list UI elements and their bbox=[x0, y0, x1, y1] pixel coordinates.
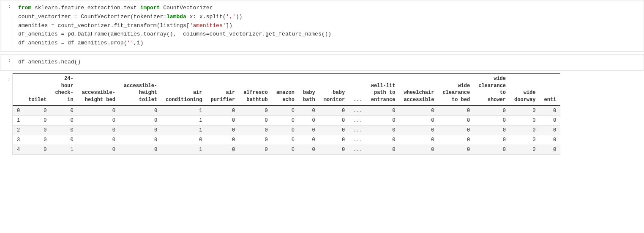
cell-code-1[interactable]: from sklearn.feature_extraction.text imp… bbox=[13, 0, 644, 51]
col-header-alfresco-bathtub: alfrescobathtub bbox=[239, 73, 272, 106]
col-header-accessible-height-bed: accessible-height bed bbox=[78, 73, 120, 106]
col-header-24h: 24-hourcheck-in bbox=[51, 73, 77, 106]
output-area: : toilet 24-hourcheck-in accessible-heig… bbox=[0, 73, 644, 155]
col-header-air-conditioning: airconditioning bbox=[161, 73, 206, 106]
col-header-wide-clearance-shower: wideclearancetoshower bbox=[474, 73, 510, 106]
cell-gutter-1: : bbox=[0, 0, 13, 51]
dataframe-output: toilet 24-hourcheck-in accessible-height… bbox=[13, 73, 644, 155]
code-cell-2[interactable]: : df_amenities.head() bbox=[0, 54, 644, 71]
table-row: 1 0000100000 ... 000000 bbox=[13, 115, 560, 125]
col-header-baby-monitor: babymonitor bbox=[319, 73, 349, 106]
col-header-wheelchair: wheelchairaccessible bbox=[399, 73, 438, 106]
col-header-ellipsis: ... bbox=[349, 73, 367, 106]
col-header-accessible-height-toilet: accessible-heighttoilet bbox=[120, 73, 161, 106]
table-row: 3 0000000000 ... 000000 bbox=[13, 135, 560, 145]
cell-code-2[interactable]: df_amenities.head() bbox=[13, 55, 644, 70]
col-header-air-purifier: airpurifier bbox=[207, 73, 240, 106]
col-header-toilet: toilet bbox=[24, 73, 51, 106]
col-header-amazon-echo: amazonecho bbox=[272, 73, 299, 106]
col-header-wide-doorway: widedoorway bbox=[510, 73, 540, 106]
col-header-enti: enti bbox=[540, 73, 560, 106]
output-gutter: : bbox=[0, 73, 13, 155]
col-header-index bbox=[13, 73, 24, 106]
col-header-baby-bath: babybath bbox=[299, 73, 319, 106]
table-row: 0 0000100000 ... 000000 bbox=[13, 106, 560, 116]
code-cell-1[interactable]: : from sklearn.feature_extraction.text i… bbox=[0, 0, 644, 52]
table-row: 4 0100100000 ... 000000 bbox=[13, 145, 560, 154]
cell-gutter-2: : bbox=[0, 55, 13, 70]
col-header-well-lit: well-litpath toentrance bbox=[367, 73, 400, 106]
table-row: 2 0000100000 ... 000000 bbox=[13, 125, 560, 135]
dataframe-table: toilet 24-hourcheck-in accessible-height… bbox=[13, 73, 560, 155]
col-header-wide-clearance-bed: wideclearanceto bed bbox=[438, 73, 474, 106]
